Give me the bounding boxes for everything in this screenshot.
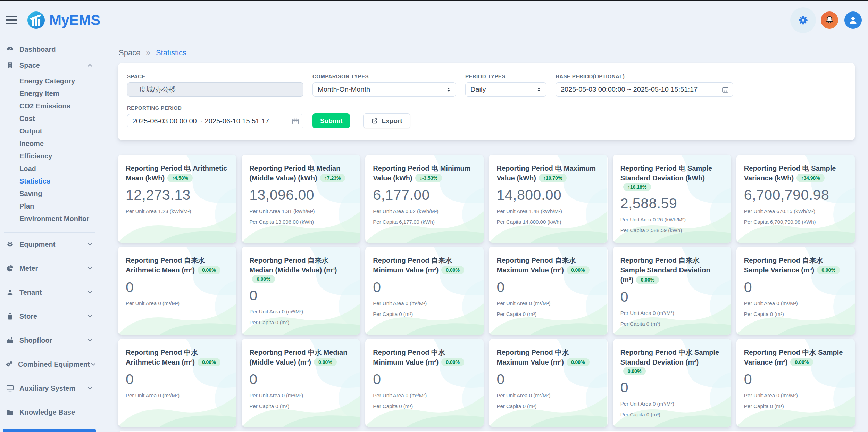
per-unit-area-text: Per Unit Area 1.23 (kWh/M²) bbox=[126, 208, 229, 214]
comparison-types-select[interactable]: Month-On-Month bbox=[312, 82, 456, 97]
sidebar-item-equipment[interactable]: Equipment bbox=[3, 236, 96, 252]
stat-card: Reporting Period 自来水 Sample Variance (m³… bbox=[736, 247, 855, 335]
sidebar-item-label: Shopfloor bbox=[19, 336, 86, 344]
stat-card: Reporting Period 自来水 Arithmetic Mean (m³… bbox=[118, 247, 236, 335]
notifications-button[interactable] bbox=[821, 11, 838, 29]
per-capita-text: Per Capita 0 (m³) bbox=[744, 403, 847, 409]
card-title: Reporting Period 自来水 Arithmetic Mean (m³… bbox=[126, 256, 205, 274]
sidebar-item-output[interactable]: Output bbox=[3, 125, 96, 137]
breadcrumb-statistics-link[interactable]: Statistics bbox=[156, 48, 186, 57]
gears-icon bbox=[6, 360, 13, 368]
sidebar-nav: Dashboard Space Energy Category Energy I… bbox=[0, 39, 99, 432]
base-period-input[interactable] bbox=[556, 82, 733, 97]
user-avatar-icon bbox=[848, 15, 859, 26]
comparison-types-label: COMPARISON TYPES bbox=[312, 73, 456, 79]
export-button[interactable]: Export bbox=[363, 113, 410, 128]
comparison-types-value: Month-On-Month bbox=[318, 85, 370, 93]
hamburger-menu-icon[interactable] bbox=[6, 14, 18, 26]
main-content: Space » Statistics SPACE COMPARISON TYPE… bbox=[118, 39, 855, 432]
per-unit-area-text: Per Unit Area 0 (m³/M²) bbox=[620, 401, 724, 407]
change-badge: 0.00% bbox=[252, 275, 275, 283]
change-badge: 0.00% bbox=[441, 358, 464, 366]
per-capita-text: Per Capita 0 (m³) bbox=[620, 411, 724, 417]
sidebar-item-efficiency[interactable]: Efficiency bbox=[3, 150, 96, 162]
breadcrumb-separator: » bbox=[146, 48, 150, 57]
breadcrumb-space-link[interactable]: Space bbox=[119, 48, 140, 57]
per-unit-area-text: Per Unit Area 670.15 (kWh/M²) bbox=[744, 208, 847, 214]
period-types-label: PERIOD TYPES bbox=[465, 73, 546, 79]
sidebar-divider bbox=[4, 280, 95, 280]
stat-card: Reporting Period 电 Sample Standard Devia… bbox=[613, 155, 731, 243]
sidebar-item-plan[interactable]: Plan bbox=[3, 200, 96, 212]
sidebar-item-shopfloor[interactable]: Shopfloor bbox=[3, 332, 96, 348]
sidebar-item-label: Equipment bbox=[19, 241, 86, 248]
sidebar-item-saving[interactable]: Saving bbox=[3, 187, 96, 200]
sidebar-item-meter[interactable]: Meter bbox=[3, 260, 96, 276]
card-title: Reporting Period 自来水 Sample Variance (m³… bbox=[744, 256, 823, 274]
sidebar-item-label: Store bbox=[19, 312, 86, 320]
space-label: SPACE bbox=[127, 73, 303, 79]
change-badge: ↑10.70% bbox=[539, 174, 567, 182]
chevron-down-icon bbox=[90, 361, 97, 368]
factory-icon bbox=[6, 336, 15, 344]
per-unit-area-text: Per Unit Area 0 (m³/M²) bbox=[496, 300, 600, 306]
space-input[interactable] bbox=[127, 82, 303, 97]
per-capita-text: Per Capita 2,588.59 (kWh) bbox=[620, 227, 724, 233]
stat-card: Reporting Period 中水 Median (Middle Value… bbox=[242, 339, 360, 427]
brand-logo[interactable]: MyEMS bbox=[27, 11, 100, 29]
window-top-border bbox=[0, 0, 868, 1]
card-value: 13,096.00 bbox=[249, 187, 352, 203]
sidebar-item-space[interactable]: Space bbox=[3, 57, 96, 73]
sidebar-item-cost[interactable]: Cost bbox=[3, 112, 96, 125]
card-value: 6,177.00 bbox=[373, 187, 476, 203]
brand-name: MyEMS bbox=[49, 12, 100, 28]
user-avatar[interactable] bbox=[844, 11, 862, 29]
sidebar-item-store[interactable]: Store bbox=[3, 308, 96, 324]
per-capita-text: Per Capita 6,177.00 (kWh) bbox=[373, 219, 476, 225]
card-value: 0 bbox=[744, 279, 847, 295]
notifications-bell-icon bbox=[825, 15, 834, 25]
gauge-icon bbox=[6, 46, 15, 53]
sidebar-item-energy-category[interactable]: Energy Category bbox=[3, 75, 96, 87]
sidebar-item-label: Dashboard bbox=[19, 46, 93, 54]
submit-button[interactable]: Submit bbox=[312, 113, 350, 128]
sidebar-item-auxiliary-system[interactable]: Auxiliary System bbox=[3, 380, 96, 396]
stat-card: Reporting Period 中水 Minimum Value (m³)0.… bbox=[365, 339, 484, 427]
filter-form-panel: SPACE COMPARISON TYPES Month-On-Month PE… bbox=[118, 63, 855, 140]
change-badge: ↑4.58% bbox=[167, 174, 193, 182]
card-value: 0 bbox=[744, 371, 847, 388]
sidebar-item-statistics[interactable]: Statistics bbox=[3, 175, 96, 187]
settings-gear-button[interactable] bbox=[790, 7, 816, 33]
monitor-icon bbox=[6, 384, 15, 392]
per-capita-text: Per Capita 0 (m³) bbox=[496, 403, 600, 409]
card-title: Reporting Period 自来水 Maximum Value (m³) bbox=[496, 256, 576, 274]
reporting-period-input[interactable] bbox=[127, 114, 303, 128]
building-icon bbox=[6, 62, 15, 69]
card-title: Reporting Period 自来水 Median (Middle Valu… bbox=[249, 256, 337, 274]
change-badge: 0.00% bbox=[567, 266, 590, 274]
card-value: 0 bbox=[126, 371, 229, 388]
chevron-down-icon bbox=[86, 337, 93, 344]
sidebar-item-dashboard[interactable]: Dashboard bbox=[3, 41, 96, 57]
stat-card: Reporting Period 中水 Arithmetic Mean (m³)… bbox=[118, 339, 236, 427]
top-navbar: MyEMS bbox=[0, 1, 868, 39]
chevron-down-icon bbox=[86, 385, 93, 392]
space-submenu: Energy Category Energy Item CO2 Emission… bbox=[3, 73, 96, 228]
sidebar-item-load[interactable]: Load bbox=[3, 162, 96, 175]
sidebar-divider bbox=[4, 304, 95, 304]
period-types-select[interactable]: Daily bbox=[465, 82, 546, 97]
sidebar-item-energy-item[interactable]: Energy Item bbox=[3, 87, 96, 100]
sidebar-item-combined-equipment[interactable]: Combined Equipment bbox=[3, 356, 96, 372]
card-value: 0 bbox=[373, 371, 476, 388]
sidebar-item-environment-monitor[interactable]: Environment Monitor bbox=[3, 212, 96, 225]
sidebar-item-knowledge-base[interactable]: Knowledge Base bbox=[3, 404, 96, 420]
card-value: 14,800.00 bbox=[496, 187, 600, 203]
stat-card: Reporting Period 中水 Maximum Value (m³)0.… bbox=[489, 339, 607, 427]
change-badge: ↓-3.53% bbox=[415, 174, 442, 182]
sidebar-item-income[interactable]: Income bbox=[3, 137, 96, 150]
sidebar-item-tenant[interactable]: Tenant bbox=[3, 284, 96, 300]
change-badge: ↑7.23% bbox=[320, 174, 345, 182]
enterprise-edition-button[interactable]: Enterprise Edition bbox=[3, 429, 96, 432]
sidebar-item-co2-emissions[interactable]: CO2 Emissions bbox=[3, 100, 96, 112]
myems-logo-icon bbox=[27, 11, 45, 29]
